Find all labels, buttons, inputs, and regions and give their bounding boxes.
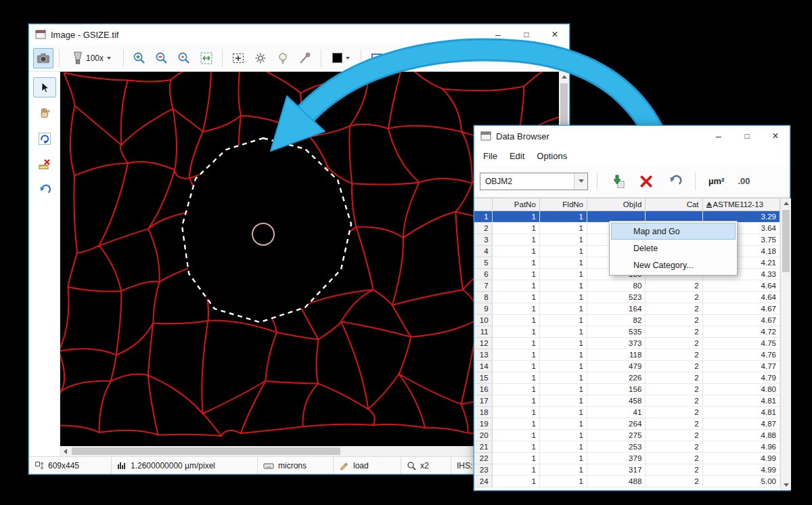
data-cell[interactable]: 1 [492,280,539,291]
pointer-tool-button[interactable] [33,77,56,97]
row-number-cell[interactable]: 13 [474,349,492,360]
data-cell[interactable]: 4.99 [702,452,780,464]
row-number-cell[interactable]: 17 [474,395,492,406]
data-cell[interactable]: 1 [492,372,539,383]
data-cell[interactable]: 118 [587,349,646,360]
table-row[interactable]: 151122624.79 [474,372,780,383]
context-menu-item-new-category[interactable]: New Category... [611,257,736,273]
probe-tool-button[interactable] [295,48,315,68]
scroll-up-button[interactable] [559,72,569,82]
row-number-cell[interactable]: 2 [474,222,492,234]
table-row[interactable]: 7118024.64 [474,280,780,291]
data-cell[interactable]: 1 [492,475,539,487]
table-row[interactable]: 161115624.80 [474,383,780,395]
data-cell[interactable]: 41 [587,406,646,418]
table-row[interactable]: 221137924.99 [474,452,780,464]
maximize-button[interactable]: □ [512,24,541,45]
row-number-cell[interactable]: 15 [474,372,492,383]
data-cell[interactable]: 2 [646,406,702,418]
col-header-fldno[interactable]: FldNo [539,198,587,211]
data-cell[interactable]: 1 [492,395,539,406]
context-menu-item-map-and-go[interactable]: Map and Go [611,223,736,240]
row-number-cell[interactable]: 8 [474,291,492,303]
data-cell[interactable]: 1 [492,245,539,257]
data-cell[interactable]: 4.64 [702,280,780,291]
data-cell[interactable]: 4.77 [702,360,780,372]
table-row[interactable]: 131111824.76 [474,349,780,360]
col-header-cat[interactable]: Cat [646,198,702,211]
scroll-thumb[interactable] [782,210,790,272]
zoom-in-button[interactable] [129,48,150,68]
data-cell[interactable]: 1 [539,475,587,487]
scroll-up-button[interactable] [781,198,791,208]
table-row[interactable]: 91116424.67 [474,303,780,314]
data-cell[interactable]: 2 [646,464,702,475]
data-cell[interactable]: 2 [646,452,702,464]
rotate-view-button[interactable] [33,129,56,149]
data-cell[interactable]: 5.00 [702,475,780,487]
data-cell[interactable]: 4.99 [702,464,780,475]
table-row[interactable]: 241148825.00 [474,475,780,487]
data-cell[interactable]: 379 [587,452,646,464]
data-cell[interactable]: 1 [539,406,587,418]
data-cell[interactable]: 4.79 [702,372,780,383]
row-number-cell[interactable]: 3 [474,234,492,245]
row-number-cell[interactable]: 19 [474,418,492,429]
data-cell[interactable]: 226 [587,372,646,383]
combo-dropdown-button[interactable] [574,173,587,190]
measurement-combo[interactable]: OBJM2 [480,173,588,190]
row-number-cell[interactable]: 20 [474,429,492,441]
menu-file[interactable]: File [477,148,503,164]
table-row[interactable]: 111153524.72 [474,326,780,337]
row-number-cell[interactable]: 9 [474,303,492,314]
row-number-cell[interactable]: 7 [474,280,492,291]
data-cell[interactable]: 1 [539,395,587,406]
data-cell[interactable]: 1 [539,314,587,326]
data-cell[interactable]: 458 [587,395,646,406]
table-row[interactable]: 171145824.81 [474,395,780,406]
data-cell[interactable]: 373 [587,337,646,349]
undo-button[interactable] [663,171,686,192]
row-number-cell[interactable]: 24 [474,475,492,487]
data-cell[interactable]: 80 [587,280,646,291]
minimize-button[interactable]: – [704,126,733,146]
data-cell[interactable]: 264 [587,418,646,429]
data-cell[interactable]: 1 [492,268,539,280]
data-cell[interactable]: 253 [587,441,646,452]
data-cell[interactable]: 1 [539,418,587,429]
row-number-cell[interactable]: 16 [474,383,492,395]
data-cell[interactable]: 1 [492,441,539,452]
data-cell[interactable]: 4.64 [702,291,780,303]
table-row[interactable]: 18114124.81 [474,406,780,418]
data-cell[interactable]: 1 [492,360,539,372]
data-cell[interactable]: 1 [492,222,539,234]
data-cell[interactable]: 4.87 [702,418,780,429]
row-number-cell[interactable]: 4 [474,245,492,257]
row-number-cell[interactable]: 14 [474,360,492,372]
row-number-cell[interactable]: 12 [474,337,492,349]
scroll-thumb[interactable] [72,447,340,455]
data-cell[interactable]: 1 [539,280,587,291]
data-cell[interactable]: 2 [646,360,702,372]
data-cell[interactable]: 2 [646,291,702,303]
data-cell[interactable]: 82 [587,314,646,326]
data-cell[interactable]: 2 [646,383,702,395]
data-cell[interactable]: 1 [539,222,587,234]
data-cell[interactable]: 1 [539,383,587,395]
zoom-out-button[interactable] [152,48,172,68]
data-cell[interactable]: 4.81 [702,395,780,406]
row-number-cell[interactable]: 18 [474,406,492,418]
maximize-button[interactable]: □ [733,126,761,146]
select-region-button[interactable] [228,48,248,68]
data-cell[interactable]: 1 [492,326,539,337]
data-cell[interactable]: 2 [646,303,702,314]
data-cell[interactable]: 1 [539,360,587,372]
data-cell[interactable]: 2 [646,395,702,406]
close-button[interactable]: × [541,24,569,45]
pan-tool-button[interactable] [33,103,56,123]
data-cell[interactable]: 1 [539,372,587,383]
col-header-objid[interactable]: ObjId [587,198,646,211]
data-cell[interactable]: 1 [539,337,587,349]
data-cell[interactable]: 164 [587,303,646,314]
data-cell[interactable]: 479 [587,360,646,372]
